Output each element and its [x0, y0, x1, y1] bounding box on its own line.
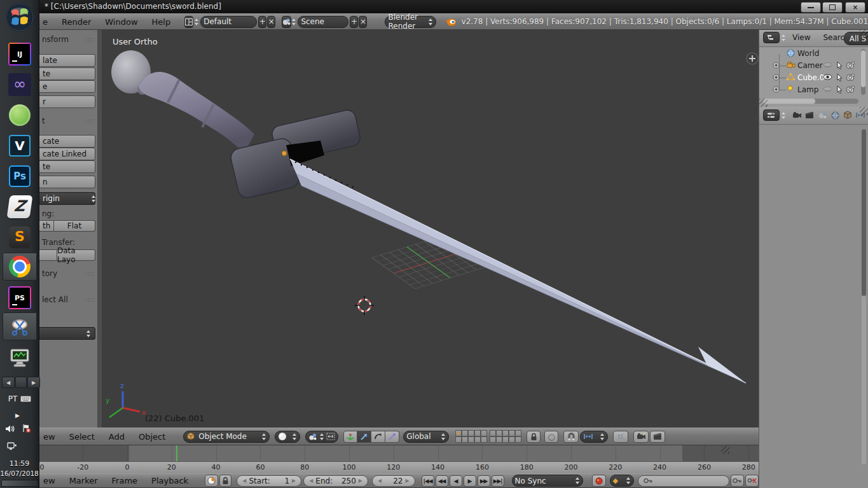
outliner-hscrollbar-thumb[interactable] — [763, 99, 815, 104]
tray-expand-arrow[interactable]: ▶ — [15, 412, 20, 419]
start-button[interactable] — [3, 3, 36, 32]
outliner-editor-type-button[interactable] — [763, 32, 780, 43]
timeline-menu-ew[interactable]: ew — [43, 476, 55, 485]
info-menu-window[interactable]: Window — [105, 17, 137, 27]
shelf-button[interactable] — [39, 249, 57, 261]
action-center-icon[interactable] — [22, 424, 31, 433]
shelf-button[interactable]: e — [39, 80, 95, 93]
jump-to-end-button[interactable]: ▶▶| — [492, 475, 504, 487]
speaker-icon[interactable] — [5, 424, 15, 433]
visibility-eye-icon[interactable] — [823, 86, 832, 92]
tray-clock-time[interactable]: 11:59 — [0, 459, 39, 468]
add-scene-button[interactable]: + — [350, 16, 358, 28]
auto-keyframe-button[interactable] — [592, 475, 605, 487]
playback-time-button[interactable] — [205, 475, 218, 487]
outliner-row-camer[interactable]: Camer — [759, 60, 868, 71]
visibility-eye-icon[interactable] — [823, 62, 832, 68]
current-frame-marker[interactable] — [176, 445, 177, 461]
outliner-row-world[interactable]: World — [759, 48, 868, 59]
region-plus-button[interactable] — [747, 53, 758, 64]
sync-dropdown[interactable]: No Sync — [512, 475, 584, 487]
lock-to-scene-button[interactable] — [527, 431, 541, 443]
snipping-tool-taskbar-icon[interactable] — [3, 312, 37, 340]
close-button[interactable]: × — [845, 2, 865, 13]
active-keyingset-field[interactable] — [638, 475, 729, 487]
frame-start-field[interactable]: ◀Start: 1▶ — [237, 475, 301, 487]
corner-widget[interactable] — [860, 107, 868, 115]
manipulator-rotate-button[interactable] — [371, 431, 385, 443]
shelf-button[interactable]: th — [39, 220, 54, 232]
shelf-panel-header[interactable]: t:::: — [39, 116, 97, 125]
visibility-eye-icon[interactable] — [823, 74, 832, 80]
layer-cell[interactable] — [502, 430, 509, 436]
selectability-cursor-icon[interactable] — [836, 61, 843, 69]
properties-editor-stepper[interactable] — [781, 111, 786, 120]
outliner-editor-stepper[interactable] — [781, 34, 786, 42]
properties-scrollbar-thumb[interactable] — [862, 296, 866, 464]
timeline-canvas[interactable]: -40-200204060801001201401601802002202402… — [39, 445, 759, 473]
corner-widget[interactable] — [860, 30, 868, 38]
renderability-camera-icon[interactable] — [846, 86, 855, 93]
android-studio-taskbar-icon[interactable] — [3, 101, 37, 129]
layer-cell[interactable] — [474, 436, 481, 443]
delete-keyframe-button[interactable] — [745, 475, 759, 487]
layers-widget[interactable] — [455, 430, 524, 443]
shelf-panel-header[interactable]: tory:::: — [39, 269, 97, 278]
proportional-edit-button[interactable]: ○ — [544, 431, 558, 443]
snap-element-dropdown[interactable] — [580, 431, 608, 443]
info-menu-render[interactable]: Render — [62, 17, 91, 27]
timeline-menu-playback[interactable]: Playback — [151, 476, 188, 485]
delete-layout-button[interactable]: × — [267, 16, 275, 28]
scene-stepper[interactable] — [291, 18, 296, 26]
layer-cell[interactable] — [481, 436, 487, 443]
expander-icon[interactable] — [773, 62, 780, 69]
timeline-menu-marker[interactable]: Marker — [69, 476, 98, 485]
insert-keyframe-button[interactable] — [731, 475, 744, 487]
layer-cell[interactable] — [481, 430, 487, 436]
screen-layout-icon[interactable] — [184, 16, 193, 28]
properties-scrollbar-track[interactable] — [862, 129, 866, 296]
sublime-text-taskbar-icon[interactable]: S — [3, 223, 37, 251]
shelf-button[interactable]: n — [39, 176, 95, 188]
current-frame-field[interactable]: ◀22▶ — [372, 475, 415, 487]
timeline-ruler[interactable]: -40-200204060801001201401601802002202402… — [39, 461, 759, 473]
layer-cell[interactable] — [496, 436, 502, 443]
shelf-button[interactable]: te — [39, 67, 95, 80]
layer-cell[interactable] — [515, 430, 521, 436]
selectability-cursor-icon[interactable] — [836, 73, 843, 81]
v3d-menu-ew[interactable]: ew — [43, 432, 55, 442]
delete-scene-button[interactable]: × — [359, 16, 367, 28]
play-reverse-button[interactable]: ◀ — [450, 475, 462, 487]
info-menu-help[interactable]: Help — [152, 17, 171, 27]
shelf-button[interactable]: Data Layo — [57, 249, 95, 261]
jump-to-start-button[interactable]: |◀◀ — [422, 475, 434, 487]
keying-set-dropdown[interactable]: ◆ — [610, 475, 635, 487]
opengl-render-button[interactable] — [633, 431, 649, 443]
scene-browse-icon[interactable] — [282, 16, 291, 28]
layer-cell[interactable] — [462, 430, 468, 436]
scene-field[interactable]: Scene — [298, 16, 348, 28]
layer-cell[interactable] — [509, 430, 515, 436]
manipulator-scale-button[interactable] — [385, 431, 399, 443]
language-bar[interactable]: PT — [0, 394, 39, 403]
shelf-panel-header[interactable]: lect All:::: — [39, 295, 97, 304]
properties-tab-world[interactable] — [829, 109, 841, 121]
layer-cell[interactable] — [455, 436, 462, 443]
timeline-menu-frame[interactable]: Frame — [112, 476, 138, 485]
outliner-item-label[interactable]: Camer — [797, 61, 823, 70]
outliner-item-label[interactable]: World — [797, 49, 819, 58]
3d-cursor[interactable] — [355, 296, 374, 315]
chrome-taskbar-icon[interactable] — [3, 253, 37, 281]
layer-cell[interactable] — [509, 436, 515, 443]
scroll-track[interactable] — [15, 377, 27, 388]
properties-tab-render[interactable] — [791, 109, 803, 121]
manipulator-axis-button[interactable] — [343, 431, 357, 443]
opengl-anim-button[interactable] — [650, 431, 665, 443]
screen-layout-field[interactable]: Default — [200, 16, 257, 28]
zbrush-taskbar-icon[interactable]: Z — [3, 193, 37, 221]
renderability-camera-icon[interactable] — [846, 62, 855, 69]
selectability-cursor-icon[interactable] — [836, 85, 843, 94]
v3d-menu-select[interactable]: Select — [69, 432, 95, 442]
tray-clock-date[interactable]: 16/07/2018 — [0, 470, 39, 477]
outliner-menu-view[interactable]: View — [792, 33, 810, 42]
